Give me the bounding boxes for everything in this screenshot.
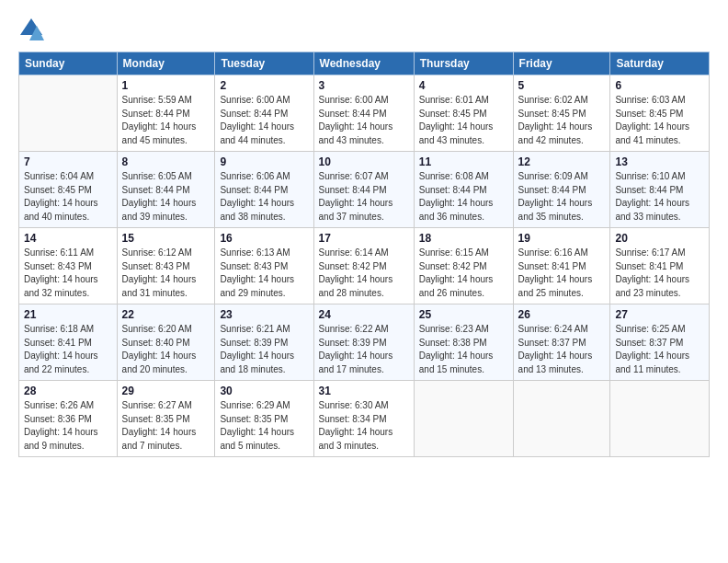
col-header-friday: Friday [513,52,610,75]
calendar-cell: 17Sunrise: 6:14 AMSunset: 8:42 PMDayligh… [313,228,414,304]
day-number: 16 [220,232,308,245]
calendar-cell: 13Sunrise: 6:10 AMSunset: 8:44 PMDayligh… [610,152,710,228]
calendar-cell: 27Sunrise: 6:25 AMSunset: 8:37 PMDayligh… [610,304,710,381]
cell-info: Sunrise: 6:07 AMSunset: 8:44 PMDaylight:… [319,170,409,224]
calendar-cell: 21Sunrise: 6:18 AMSunset: 8:41 PMDayligh… [19,304,118,381]
calendar-cell: 20Sunrise: 6:17 AMSunset: 8:41 PMDayligh… [610,228,710,304]
page: SundayMondayTuesdayWednesdayThursdayFrid… [0,0,728,466]
cell-info: Sunrise: 6:15 AMSunset: 8:42 PMDaylight:… [419,247,508,300]
col-header-tuesday: Tuesday [215,52,313,75]
cell-info: Sunrise: 6:13 AMSunset: 8:43 PMDaylight:… [220,247,308,300]
cell-info: Sunrise: 6:11 AMSunset: 8:43 PMDaylight:… [24,247,112,300]
day-number: 24 [319,308,409,321]
calendar-cell: 30Sunrise: 6:29 AMSunset: 8:35 PMDayligh… [215,381,313,457]
calendar-cell: 19Sunrise: 6:16 AMSunset: 8:41 PMDayligh… [513,228,610,304]
cell-info: Sunrise: 6:17 AMSunset: 8:41 PMDaylight:… [615,247,704,300]
cell-info: Sunrise: 6:02 AMSunset: 8:45 PMDaylight:… [518,94,606,147]
calendar-cell [19,75,118,152]
calendar-cell: 9Sunrise: 6:06 AMSunset: 8:44 PMDaylight… [215,152,313,228]
calendar-cell: 1Sunrise: 5:59 AMSunset: 8:44 PMDaylight… [117,75,215,152]
header-row: SundayMondayTuesdayWednesdayThursdayFrid… [19,52,710,75]
day-number: 3 [319,79,409,92]
cell-info: Sunrise: 6:26 AMSunset: 8:36 PMDaylight:… [24,399,112,453]
calendar-cell: 4Sunrise: 6:01 AMSunset: 8:45 PMDaylight… [414,75,513,152]
day-number: 22 [122,308,210,321]
day-number: 20 [615,232,704,245]
day-number: 5 [518,79,606,92]
day-number: 31 [319,385,409,397]
calendar-cell [414,381,513,457]
cell-info: Sunrise: 6:18 AMSunset: 8:41 PMDaylight:… [24,323,112,376]
calendar-cell: 7Sunrise: 6:04 AMSunset: 8:45 PMDaylight… [19,152,118,228]
calendar-table: SundayMondayTuesdayWednesdayThursdayFrid… [18,52,710,457]
day-number: 18 [419,232,508,245]
cell-info: Sunrise: 6:09 AMSunset: 8:44 PMDaylight:… [518,170,606,224]
day-number: 25 [419,308,508,321]
cell-info: Sunrise: 6:03 AMSunset: 8:45 PMDaylight:… [615,94,704,147]
day-number: 14 [24,232,112,245]
cell-info: Sunrise: 6:14 AMSunset: 8:42 PMDaylight:… [319,247,409,300]
calendar-cell: 31Sunrise: 6:30 AMSunset: 8:34 PMDayligh… [313,381,414,457]
cell-info: Sunrise: 6:04 AMSunset: 8:45 PMDaylight:… [24,170,112,224]
cell-info: Sunrise: 6:08 AMSunset: 8:44 PMDaylight:… [419,170,508,224]
col-header-saturday: Saturday [610,52,710,75]
cell-info: Sunrise: 6:06 AMSunset: 8:44 PMDaylight:… [220,170,308,224]
col-header-monday: Monday [117,52,215,75]
calendar-cell: 5Sunrise: 6:02 AMSunset: 8:45 PMDaylight… [513,75,610,152]
day-number: 6 [615,79,704,92]
day-number: 1 [122,79,210,92]
col-header-sunday: Sunday [19,52,118,75]
day-number: 10 [319,155,409,168]
calendar-cell: 8Sunrise: 6:05 AMSunset: 8:44 PMDaylight… [117,152,215,228]
week-row-1: 1Sunrise: 5:59 AMSunset: 8:44 PMDaylight… [19,75,710,152]
day-number: 15 [122,232,210,245]
cell-info: Sunrise: 5:59 AMSunset: 8:44 PMDaylight:… [122,94,210,147]
calendar-cell: 6Sunrise: 6:03 AMSunset: 8:45 PMDaylight… [610,75,710,152]
cell-info: Sunrise: 6:16 AMSunset: 8:41 PMDaylight:… [518,247,606,300]
col-header-wednesday: Wednesday [313,52,414,75]
cell-info: Sunrise: 6:05 AMSunset: 8:44 PMDaylight:… [122,170,210,224]
calendar-cell: 23Sunrise: 6:21 AMSunset: 8:39 PMDayligh… [215,304,313,381]
cell-info: Sunrise: 6:00 AMSunset: 8:44 PMDaylight:… [319,94,409,147]
cell-info: Sunrise: 6:30 AMSunset: 8:34 PMDaylight:… [319,399,409,453]
calendar-cell: 10Sunrise: 6:07 AMSunset: 8:44 PMDayligh… [313,152,414,228]
day-number: 28 [24,385,112,397]
day-number: 8 [122,155,210,168]
day-number: 21 [24,308,112,321]
cell-info: Sunrise: 6:00 AMSunset: 8:44 PMDaylight:… [220,94,308,147]
col-header-thursday: Thursday [414,52,513,75]
calendar-cell: 24Sunrise: 6:22 AMSunset: 8:39 PMDayligh… [313,304,414,381]
cell-info: Sunrise: 6:12 AMSunset: 8:43 PMDaylight:… [122,247,210,300]
day-number: 23 [220,308,308,321]
calendar-cell: 29Sunrise: 6:27 AMSunset: 8:35 PMDayligh… [117,381,215,457]
cell-info: Sunrise: 6:20 AMSunset: 8:40 PMDaylight:… [122,323,210,376]
header-area [18,17,710,42]
calendar-cell: 26Sunrise: 6:24 AMSunset: 8:37 PMDayligh… [513,304,610,381]
day-number: 7 [24,155,112,168]
cell-info: Sunrise: 6:29 AMSunset: 8:35 PMDaylight:… [220,399,308,453]
calendar-cell: 12Sunrise: 6:09 AMSunset: 8:44 PMDayligh… [513,152,610,228]
day-number: 19 [518,232,606,245]
calendar-cell: 16Sunrise: 6:13 AMSunset: 8:43 PMDayligh… [215,228,313,304]
calendar-cell: 15Sunrise: 6:12 AMSunset: 8:43 PMDayligh… [117,228,215,304]
cell-info: Sunrise: 6:22 AMSunset: 8:39 PMDaylight:… [319,323,409,376]
calendar-cell [610,381,710,457]
calendar-cell: 18Sunrise: 6:15 AMSunset: 8:42 PMDayligh… [414,228,513,304]
calendar-cell: 25Sunrise: 6:23 AMSunset: 8:38 PMDayligh… [414,304,513,381]
day-number: 4 [419,79,508,92]
day-number: 11 [419,155,508,168]
week-row-3: 14Sunrise: 6:11 AMSunset: 8:43 PMDayligh… [19,228,710,304]
day-number: 13 [615,155,704,168]
cell-info: Sunrise: 6:23 AMSunset: 8:38 PMDaylight:… [419,323,508,376]
cell-info: Sunrise: 6:25 AMSunset: 8:37 PMDaylight:… [615,323,704,376]
calendar-cell: 14Sunrise: 6:11 AMSunset: 8:43 PMDayligh… [19,228,118,304]
week-row-5: 28Sunrise: 6:26 AMSunset: 8:36 PMDayligh… [19,381,710,457]
week-row-2: 7Sunrise: 6:04 AMSunset: 8:45 PMDaylight… [19,152,710,228]
cell-info: Sunrise: 6:27 AMSunset: 8:35 PMDaylight:… [122,399,210,453]
calendar-cell: 22Sunrise: 6:20 AMSunset: 8:40 PMDayligh… [117,304,215,381]
day-number: 27 [615,308,704,321]
cell-info: Sunrise: 6:10 AMSunset: 8:44 PMDaylight:… [615,170,704,224]
day-number: 29 [122,385,210,397]
calendar-cell [513,381,610,457]
day-number: 2 [220,79,308,92]
